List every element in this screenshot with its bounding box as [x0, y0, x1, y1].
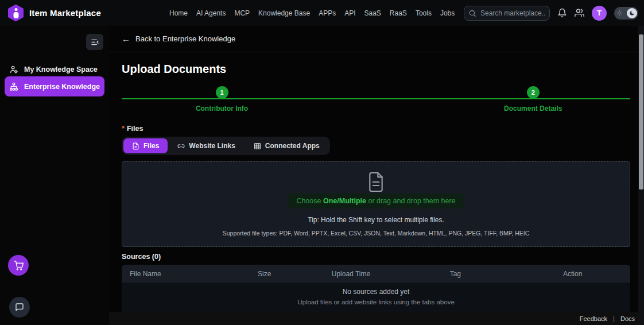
search-icon	[468, 9, 476, 17]
column-file-name: File Name	[130, 270, 258, 278]
step-2-label: Document Details	[504, 105, 562, 113]
main-content: ← Back to Enterprise Knowledge Upload Do…	[109, 26, 644, 325]
page-title: Upload Documents	[122, 63, 226, 76]
files-field-label: *Files	[122, 125, 143, 133]
tab-label: Website Links	[189, 142, 235, 150]
step-1-label: Contributor Info	[196, 105, 248, 113]
sun-icon	[616, 10, 623, 16]
cart-fab-button[interactable]	[8, 255, 29, 276]
sources-table: File Name Size Upload Time Tag Action No…	[122, 265, 630, 314]
dropzone-tip: Tip: Hold the Shift key to select multip…	[122, 216, 630, 224]
empty-state-title: No sources added yet	[122, 288, 630, 296]
page-scrollbar[interactable]	[638, 26, 644, 325]
top-navbar: Item Marketplace Home AI Agents MCP Know…	[0, 0, 644, 26]
theme-toggle[interactable]	[614, 7, 638, 20]
sources-table-header: File Name Size Upload Time Tag Action	[122, 265, 630, 283]
column-action: Action	[563, 270, 622, 278]
org-chart-icon	[9, 82, 18, 91]
tab-files[interactable]: Files	[123, 138, 168, 153]
nav-item-saas[interactable]: SaaS	[364, 9, 381, 17]
document-upload-icon	[367, 171, 385, 193]
brand-title: Item Marketplace	[29, 8, 101, 18]
footer: Feedback | Docs	[109, 312, 644, 325]
search-box	[464, 6, 550, 21]
nav-item-home[interactable]: Home	[169, 9, 188, 17]
file-dropzone[interactable]: Choose One/Multiple or drag and drop the…	[122, 161, 630, 247]
notifications-bell-icon[interactable]	[557, 8, 567, 18]
back-link-label: Back to Enterprise Knowledge	[135, 34, 235, 43]
user-avatar[interactable]: T	[592, 6, 607, 21]
sidebar-item-label: My Knowledge Space	[24, 65, 98, 73]
tab-website-links[interactable]: Website Links	[169, 138, 243, 153]
sidebar-item-enterprise-knowledge[interactable]: Enterprise Knowledge	[5, 76, 104, 96]
column-tag: Tag	[450, 270, 563, 278]
nav-item-raas[interactable]: RaaS	[390, 9, 407, 17]
choose-files-button[interactable]: Choose One/Multiple or drag and drop the…	[288, 194, 463, 208]
footer-separator: |	[613, 315, 615, 322]
chat-bubble-icon	[15, 303, 24, 312]
nav-item-tools[interactable]: Tools	[416, 9, 432, 17]
nav-item-jobs[interactable]: Jobs	[440, 9, 455, 17]
person-gear-icon	[9, 65, 18, 74]
sources-count-title: Sources (0)	[122, 253, 161, 261]
link-icon	[177, 142, 185, 150]
marketplace-logo-icon	[8, 5, 24, 22]
sidebar-item-label: Enterprise Knowledge	[24, 83, 100, 91]
stepper: 1 2 Contributor Info Document Details	[122, 86, 630, 116]
file-document-icon	[132, 142, 139, 150]
source-type-tabs: Files Website Links Connected Apps	[122, 137, 330, 155]
required-asterisk: *	[122, 125, 125, 133]
nav-item-ai-agents[interactable]: AI Agents	[196, 9, 226, 17]
scrollbar-thumb[interactable]	[639, 34, 643, 189]
nav-item-mcp[interactable]: MCP	[234, 9, 250, 17]
tab-connected-apps[interactable]: Connected Apps	[245, 138, 328, 153]
tab-label: Files	[143, 142, 159, 150]
step-1-circle[interactable]: 1	[216, 86, 228, 99]
back-link[interactable]: ← Back to Enterprise Knowledge	[109, 26, 644, 52]
users-icon[interactable]	[575, 8, 584, 18]
moon-icon	[627, 8, 637, 18]
chat-fab-button[interactable]	[9, 297, 30, 318]
dropzone-supported-types: Supported file types: PDF, Word, PPTX, E…	[122, 230, 630, 237]
feedback-link[interactable]: Feedback	[580, 315, 607, 322]
docs-link[interactable]: Docs	[620, 315, 635, 322]
sidebar: My Knowledge Space Enterprise Knowledge	[0, 26, 109, 325]
stepper-progress-line	[122, 98, 630, 99]
collapse-sidebar-icon	[91, 38, 99, 46]
step-2-circle[interactable]: 2	[527, 86, 540, 99]
column-size: Size	[258, 270, 332, 278]
column-upload-time: Upload Time	[332, 270, 450, 278]
empty-state-subtitle: Upload files or add website links using …	[122, 299, 630, 305]
sources-empty-state: No sources added yet Upload files or add…	[122, 283, 630, 314]
nav-item-apps[interactable]: APPs	[319, 9, 336, 17]
nav-item-api[interactable]: API	[344, 9, 355, 17]
grid-table-icon	[254, 142, 261, 150]
nav-item-knowledge-base[interactable]: Knowledge Base	[258, 9, 310, 17]
tab-label: Connected Apps	[265, 142, 320, 150]
shopping-cart-icon	[14, 261, 24, 270]
brand-logo[interactable]: Item Marketplace	[8, 5, 101, 22]
main-nav: Home AI Agents MCP Knowledge Base APPs A…	[169, 9, 455, 17]
search-input[interactable]	[464, 6, 550, 21]
back-arrow-icon: ←	[122, 34, 130, 44]
sidebar-collapse-button[interactable]	[86, 34, 103, 50]
